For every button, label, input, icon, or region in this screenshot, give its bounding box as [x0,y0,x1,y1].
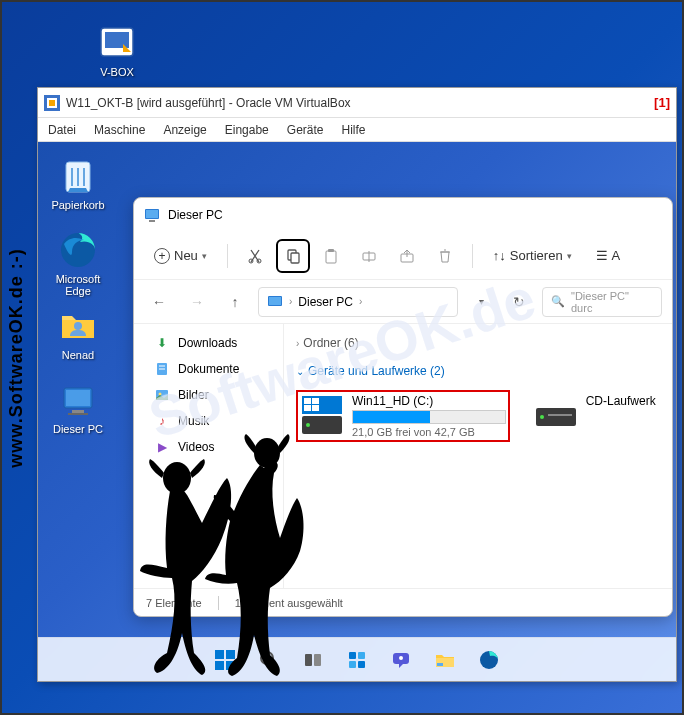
menu-devices[interactable]: Geräte [287,123,324,137]
explorer-title-text: Dieser PC [168,208,223,222]
explorer-titlebar[interactable]: Dieser PC [134,198,672,232]
menu-input[interactable]: Eingabe [225,123,269,137]
cut-button[interactable] [238,239,272,273]
delete-button[interactable] [428,239,462,273]
explorer-toolbar: + Neu ▾ ↑↓ Sortieren ▾ [134,232,672,280]
svg-rect-47 [305,654,312,666]
menu-machine[interactable]: Maschine [94,123,145,137]
explorer-statusbar: 7 Elemente 1 Element ausgewählt [134,588,672,616]
breadcrumb-item[interactable]: Dieser PC [298,295,353,309]
taskbar-edge-button[interactable] [470,641,508,679]
chevron-right-icon: › [359,296,362,307]
toolbar-new-button[interactable]: + Neu ▾ [144,242,217,270]
drive-info: CD-Laufwerk [586,394,656,438]
drive-list: Win11_HD (C:) 21,0 GB frei von 42,7 GB [296,390,660,442]
sidebar-item-documents[interactable]: Dokumente [134,356,283,382]
chevron-down-icon: ▾ [202,251,207,261]
search-placeholder: "Dieser PC" durc [571,290,653,314]
taskbar-widgets-button[interactable] [338,641,376,679]
vbox-window-title: W11_OKT-B [wird ausgeführt] - Oracle VM … [66,96,634,110]
nav-back-button[interactable]: ← [144,287,174,317]
rename-button[interactable] [352,239,386,273]
file-explorer-window: Dieser PC + Neu ▾ [133,197,673,617]
menu-help[interactable]: Hilfe [341,123,365,137]
svg-rect-25 [269,297,281,305]
host-desktop: V-BOX W11_OKT-B [wird ausgeführt] - Orac… [2,2,682,713]
toolbar-view-button[interactable]: ☰ A [586,242,631,269]
vbox-titlebar[interactable]: W11_OKT-B [wird ausgeführt] - Oracle VM … [38,88,676,118]
status-item-count: 7 Elemente [146,597,202,609]
vm-icon-this-pc[interactable]: Dieser PC [44,380,112,435]
svg-rect-41 [215,650,224,659]
search-input[interactable]: 🔍 "Dieser PC" durc [542,287,662,317]
svg-rect-33 [312,398,319,404]
menu-view[interactable]: Anzeige [163,123,206,137]
share-button[interactable] [390,239,424,273]
nav-refresh-button[interactable]: ↻ [504,287,534,317]
menu-file[interactable]: Datei [48,123,76,137]
svg-line-46 [272,663,277,668]
drive-usage-fill [353,411,430,423]
watermark-side-text: www.SoftwareOK.de :-) [6,248,27,467]
nav-forward-button[interactable]: → [182,287,212,317]
plus-icon: + [154,248,170,264]
status-selected-count: 1 Element ausgewählt [235,597,343,609]
svg-rect-51 [349,661,356,668]
drive-c[interactable]: Win11_HD (C:) 21,0 GB frei von 42,7 GB [296,390,510,442]
sidebar-item-videos[interactable]: ▶ Videos [134,434,283,460]
nav-dropdown-button[interactable]: ▾ [466,287,496,317]
group-devices[interactable]: ⌄ Geräte und Laufwerke (2) [296,360,660,382]
group-folders[interactable]: › Ordner (6) [296,332,660,354]
toolbar-sort-button[interactable]: ↑↓ Sortieren ▾ [483,242,582,269]
taskbar-search-button[interactable] [250,641,288,679]
vm-icon-user-folder[interactable]: Nenad [44,306,112,361]
toolbar-separator [227,244,228,268]
vm-icon-edge[interactable]: Microsoft Edge [44,230,112,297]
sidebar-item-label: Bilder [178,388,209,402]
sidebar-item-pictures[interactable]: Bilder [134,382,283,408]
drive-cd[interactable]: CD-Laufwerk [530,390,660,442]
user-folder-icon [58,306,98,346]
svg-rect-19 [326,251,336,263]
svg-rect-9 [66,390,90,406]
toolbar-separator [472,244,473,268]
sort-icon: ↑↓ [493,248,506,263]
pictures-icon [154,387,170,403]
virtualbox-icon [97,22,137,62]
copy-button[interactable] [276,239,310,273]
documents-icon [154,361,170,377]
this-pc-icon [58,380,98,420]
svg-rect-43 [215,661,224,670]
taskbar-chat-button[interactable] [382,641,420,679]
explorer-navbar: ← → ↑ › Dieser PC › ▾ ↻ 🔍 "Dieser PC" du… [134,280,672,324]
sidebar-item-music[interactable]: ♪ Musik [134,408,283,434]
vm-guest-screen: Papierkorb Microsoft Edge Nenad Dieser P… [38,142,676,681]
address-bar[interactable]: › Dieser PC › [258,287,458,317]
vm-icon-label: Microsoft Edge [44,273,112,297]
explorer-sidebar: ⬇ Downloads Dokumente Bilder ♪ [134,324,284,588]
vm-icon-label: Nenad [44,349,112,361]
group-label: Ordner (6) [303,336,358,350]
taskbar-start-button[interactable] [206,641,244,679]
downloads-icon: ⬇ [154,335,170,351]
taskbar-explorer-button[interactable] [426,641,464,679]
svg-rect-42 [226,650,235,659]
windows-taskbar [38,637,676,681]
explorer-body: ⬇ Downloads Dokumente Bilder ♪ [134,324,672,588]
view-icon: ☰ [596,248,608,263]
desktop-icon-vbox[interactable]: V-BOX [82,22,152,78]
virtualbox-window: W11_OKT-B [wird ausgeführt] - Oracle VM … [37,87,677,682]
recycle-bin-icon [58,156,98,196]
nav-up-button[interactable]: ↑ [220,287,250,317]
drive-usage-bar [352,410,506,424]
vm-icon-recycle-bin[interactable]: Papierkorb [44,156,112,211]
svg-rect-10 [72,410,84,413]
taskbar-taskview-button[interactable] [294,641,332,679]
paste-button[interactable] [314,239,348,273]
toolbar-sort-label: Sortieren [510,248,563,263]
svg-rect-49 [349,652,356,659]
svg-rect-20 [328,249,334,252]
drive-status: 21,0 GB frei von 42,7 GB [352,426,506,438]
svg-rect-52 [358,661,365,668]
sidebar-item-downloads[interactable]: ⬇ Downloads [134,330,283,356]
